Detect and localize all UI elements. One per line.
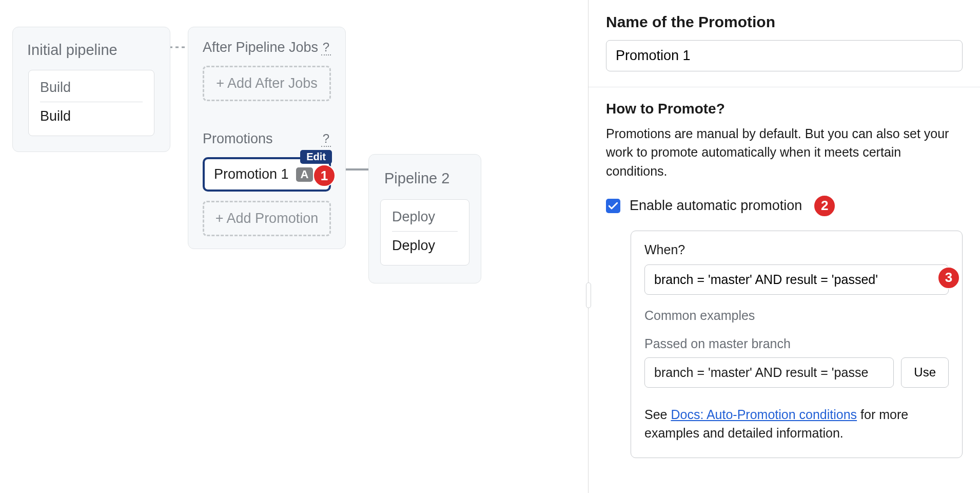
docs-note: See Docs: Auto-Promotion conditions for … xyxy=(644,405,949,443)
name-heading: Name of the Promotion xyxy=(606,13,963,31)
how-description: Promotions are manual by default. But yo… xyxy=(606,124,963,180)
job-label: Build xyxy=(40,108,143,124)
add-after-jobs-button[interactable]: + Add After Jobs xyxy=(203,66,331,101)
check-icon xyxy=(609,202,618,210)
promotion-name-input[interactable] xyxy=(606,40,963,71)
common-examples-heading: Common examples xyxy=(644,308,949,323)
promotions-heading: Promotions xyxy=(203,131,273,147)
job-block-build[interactable]: Build Build xyxy=(28,70,154,136)
callout-badge-1: 1 xyxy=(313,164,336,187)
promotion-settings-panel: Name of the Promotion How to Promote? Pr… xyxy=(588,0,980,493)
when-label: When? xyxy=(644,242,949,257)
pipeline-after-column: After Pipeline Jobs ? + Add After Jobs P… xyxy=(188,27,346,249)
block-heading: Deploy xyxy=(392,209,458,232)
docs-link[interactable]: Docs: Auto-Promotion conditions xyxy=(671,407,857,422)
block-heading: Build xyxy=(40,80,143,102)
when-condition-input[interactable] xyxy=(644,264,949,295)
pipeline-initial[interactable]: Initial pipeline Build Build xyxy=(12,27,170,152)
pipeline-title: Pipeline 2 xyxy=(369,155,481,199)
job-label: Deploy xyxy=(392,238,458,254)
after-jobs-heading: After Pipeline Jobs xyxy=(203,40,318,55)
job-block-deploy[interactable]: Deploy Deploy xyxy=(380,199,469,266)
pipeline-title: Initial pipeline xyxy=(13,27,170,70)
enable-auto-checkbox[interactable] xyxy=(606,199,620,213)
resize-handle[interactable] xyxy=(586,282,591,308)
promotion-item-name: Promotion 1 xyxy=(214,166,289,182)
automatic-badge-icon: A xyxy=(296,167,313,182)
enable-auto-label: Enable automatic promotion xyxy=(630,198,802,214)
pipeline-2[interactable]: Pipeline 2 Deploy Deploy xyxy=(368,154,481,283)
add-promotion-button[interactable]: + Add Promotion xyxy=(203,201,331,236)
help-icon[interactable]: ? xyxy=(321,131,331,147)
promotion-item[interactable]: Promotion 1 A Edit xyxy=(203,157,331,192)
callout-badge-2: 2 xyxy=(813,195,836,217)
callout-badge-3: 3 xyxy=(937,267,960,289)
when-panel: When? 3 Common examples Passed on master… xyxy=(631,231,963,459)
example-label: Passed on master branch xyxy=(644,336,949,351)
pipeline-canvas: Initial pipeline Build Build After Pipel… xyxy=(0,0,588,493)
example-condition-input[interactable] xyxy=(644,357,894,388)
edit-tag[interactable]: Edit xyxy=(300,150,332,164)
help-icon[interactable]: ? xyxy=(321,40,331,55)
how-heading: How to Promote? xyxy=(606,101,963,117)
use-example-button[interactable]: Use xyxy=(901,357,949,388)
